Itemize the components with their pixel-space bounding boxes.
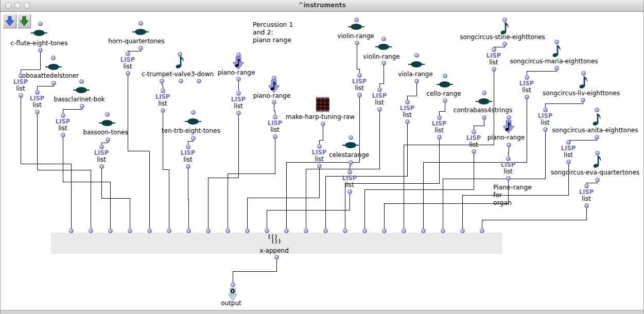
inlet-port[interactable] <box>61 113 65 118</box>
inlet-port[interactable] <box>236 91 241 96</box>
inlet-port[interactable] <box>273 115 277 119</box>
outlet-port[interactable] <box>179 79 183 83</box>
inlet-port[interactable] <box>441 229 445 233</box>
inlet-port[interactable] <box>147 229 152 233</box>
inlet-port[interactable] <box>105 112 110 117</box>
inlet-port[interactable] <box>581 71 586 76</box>
outlet-port[interactable] <box>472 149 476 154</box>
inlet-port[interactable] <box>482 91 486 95</box>
outlet-port[interactable] <box>525 95 529 99</box>
outlet-port[interactable] <box>61 133 65 137</box>
inlet-port[interactable] <box>354 18 359 22</box>
title-bar[interactable]: ^instruments <box>1 0 643 12</box>
inlet-port[interactable] <box>554 40 559 44</box>
inlet-port[interactable] <box>323 229 328 233</box>
inlet-port[interactable] <box>161 89 165 93</box>
outlet-port[interactable] <box>347 189 352 194</box>
inlet-port[interactable] <box>480 229 484 233</box>
inlet-port[interactable] <box>304 229 308 233</box>
inlet-port[interactable] <box>284 229 289 233</box>
outlet-port[interactable] <box>377 107 382 112</box>
outlet-port[interactable] <box>502 42 507 46</box>
outlet-port[interactable] <box>543 127 548 132</box>
outlet-port[interactable] <box>595 178 600 182</box>
download-green-button[interactable] <box>18 14 31 28</box>
outlet-port[interactable] <box>581 98 585 102</box>
inlet-port[interactable] <box>584 184 589 188</box>
outlet-port[interactable] <box>236 111 241 115</box>
outlet-port[interactable] <box>273 134 277 139</box>
inlet-port[interactable] <box>543 108 548 112</box>
inlet-port[interactable] <box>138 21 143 26</box>
outlet-port[interactable] <box>317 164 322 168</box>
inlet-port[interactable] <box>506 156 511 161</box>
outlet-port[interactable] <box>405 119 410 124</box>
outlet-port[interactable] <box>99 164 104 169</box>
outlet-port[interactable] <box>191 136 196 141</box>
inlet-port[interactable] <box>460 229 465 233</box>
inlet-port[interactable] <box>357 73 362 78</box>
outlet-port[interactable] <box>80 104 84 109</box>
inlet-port[interactable] <box>236 53 241 57</box>
inlet-port[interactable] <box>206 229 211 233</box>
inlet-port[interactable] <box>178 52 182 57</box>
inlet-port[interactable] <box>108 229 113 233</box>
inlet-port[interactable] <box>472 130 476 134</box>
inlet-port[interactable] <box>377 88 382 92</box>
outlet-port[interactable] <box>355 41 359 45</box>
outlet-port[interactable] <box>272 100 276 104</box>
inlet-port[interactable] <box>35 90 40 95</box>
inlet-port[interactable] <box>128 229 132 233</box>
outlet-port[interactable] <box>584 203 589 208</box>
outlet-port[interactable] <box>492 67 496 72</box>
inlet-port[interactable] <box>317 144 322 149</box>
outlet-port[interactable] <box>274 255 279 259</box>
inlet-port[interactable] <box>89 229 93 233</box>
outlet-port[interactable] <box>38 48 43 53</box>
outlet-port[interactable] <box>186 164 190 169</box>
inlet-port[interactable] <box>437 115 442 120</box>
outlet-port[interactable] <box>51 81 56 85</box>
inlet-port[interactable] <box>402 229 406 233</box>
outlet-port[interactable] <box>443 98 447 103</box>
download-blue-button[interactable] <box>3 14 16 28</box>
inlet-port[interactable] <box>595 108 599 112</box>
outlet-port[interactable] <box>126 71 130 76</box>
outlet-port[interactable] <box>236 77 241 81</box>
outlet-port[interactable] <box>357 93 362 97</box>
inlet-port[interactable] <box>381 37 386 41</box>
inlet-port[interactable] <box>191 110 196 115</box>
outlet-port[interactable] <box>595 135 599 139</box>
inlet-port[interactable] <box>186 229 191 233</box>
outlet-port[interactable] <box>482 115 486 120</box>
inlet-port[interactable] <box>525 75 529 80</box>
outlet-port[interactable] <box>554 66 559 71</box>
outlet-port[interactable] <box>349 160 353 165</box>
patcher-canvas[interactable]: c-flute-eight-tonesLISPlistoboaattedelst… <box>1 11 644 310</box>
inlet-port[interactable] <box>167 229 171 233</box>
inlet-port[interactable] <box>502 18 507 22</box>
inlet-port[interactable] <box>265 229 269 233</box>
inlet-port[interactable] <box>79 79 84 84</box>
outlet-port[interactable] <box>161 108 165 113</box>
inlet-port[interactable] <box>507 115 511 120</box>
inlet-port[interactable] <box>443 74 447 78</box>
inlet-port[interactable] <box>272 76 276 80</box>
inlet-port[interactable] <box>405 100 410 104</box>
inlet-port[interactable] <box>126 51 130 56</box>
inlet-port[interactable] <box>349 135 353 140</box>
inlet-port[interactable] <box>225 229 230 233</box>
inlet-port[interactable] <box>99 145 104 149</box>
inlet-port[interactable] <box>414 53 419 58</box>
inlet-port[interactable] <box>566 140 571 145</box>
inlet-port[interactable] <box>19 74 23 78</box>
inlet-port[interactable] <box>595 151 600 155</box>
inlet-port[interactable] <box>362 229 367 233</box>
outlet-port[interactable] <box>506 176 511 181</box>
inlet-port[interactable] <box>38 22 43 26</box>
outlet-port[interactable] <box>414 79 419 83</box>
outlet-port[interactable] <box>197 79 201 83</box>
inlet-port[interactable] <box>421 229 426 233</box>
outlet-port[interactable] <box>19 93 23 98</box>
outlet-port[interactable] <box>35 110 40 114</box>
